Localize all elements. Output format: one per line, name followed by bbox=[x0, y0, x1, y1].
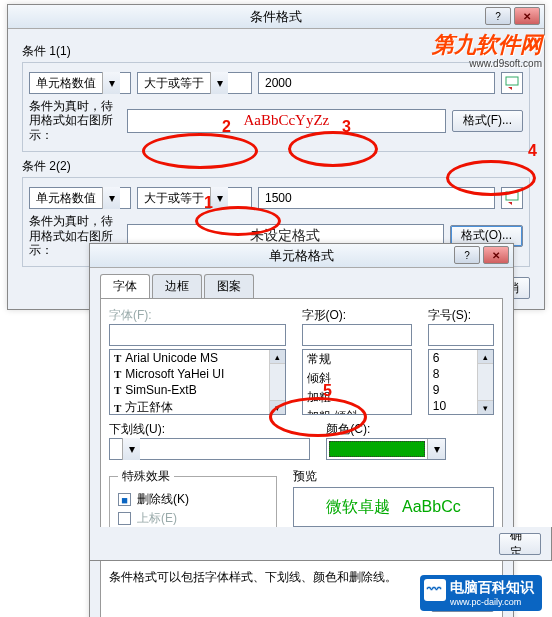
cond1-value-input[interactable]: 2000 bbox=[258, 72, 495, 94]
cond1-operator-value: 大于或等于 bbox=[138, 75, 210, 92]
style-list[interactable]: 常规 倾斜 加粗 加粗 倾斜 bbox=[302, 349, 412, 415]
tab-border[interactable]: 边框 bbox=[152, 274, 202, 298]
tab-pattern[interactable]: 图案 bbox=[204, 274, 254, 298]
ok-button-partial[interactable]: 确定 bbox=[499, 533, 541, 555]
range-picker-icon[interactable] bbox=[501, 187, 523, 209]
cond2-operator-select[interactable]: 大于或等于 ▾ bbox=[137, 187, 252, 209]
dialog1-titlebar: 条件格式 ? ✕ bbox=[8, 5, 544, 29]
underline-select[interactable]: ▾ bbox=[109, 438, 310, 460]
dialog2-titlebar: 单元格格式 ? ✕ bbox=[90, 244, 513, 268]
underline-label: 下划线(U): bbox=[109, 421, 310, 438]
preview-text-cn: 微软卓越 bbox=[326, 497, 390, 518]
font-input bbox=[109, 324, 286, 346]
scroll-down-icon[interactable]: ▾ bbox=[270, 400, 285, 414]
scroll-up-icon[interactable]: ▴ bbox=[478, 350, 493, 364]
list-item[interactable]: TSimSun-ExtB bbox=[110, 382, 285, 398]
list-item[interactable]: TArial Unicode MS bbox=[110, 350, 285, 366]
list-item[interactable]: 常规 bbox=[303, 350, 411, 369]
chevron-down-icon: ▾ bbox=[210, 72, 228, 94]
color-label: 颜色(C): bbox=[326, 421, 494, 438]
svg-rect-1 bbox=[506, 192, 518, 200]
cond2-value-input[interactable]: 1500 bbox=[258, 187, 495, 209]
dialog2-title: 单元格格式 bbox=[269, 247, 334, 265]
dialog2-footer: 确定 bbox=[89, 527, 552, 561]
ok-label: 确定 bbox=[510, 533, 530, 555]
scroll-down-icon[interactable]: ▾ bbox=[478, 400, 493, 414]
font-list[interactable]: TArial Unicode MS TMicrosoft YaHei UI TS… bbox=[109, 349, 286, 415]
style-input[interactable] bbox=[302, 324, 412, 346]
cond1-format-label: 格式(F)... bbox=[463, 112, 512, 129]
cond2-value: 1500 bbox=[265, 191, 292, 205]
list-item[interactable]: 加粗 倾斜 bbox=[303, 407, 411, 415]
dialog1-title: 条件格式 bbox=[250, 8, 302, 26]
truetype-icon: T bbox=[114, 402, 121, 414]
superscript-checkbox: 上标(E) bbox=[118, 510, 268, 527]
list-item[interactable]: T方正舒体 bbox=[110, 398, 285, 415]
tab-strip: 字体 边框 图案 bbox=[90, 268, 513, 298]
cond1-target-select[interactable]: 单元格数值 ▾ bbox=[29, 72, 131, 94]
cond1-sample-text: AaBbCcYyZz bbox=[243, 112, 329, 129]
scrollbar[interactable]: ▴▾ bbox=[477, 350, 493, 414]
effects-legend: 特殊效果 bbox=[118, 468, 174, 485]
strike-label: 删除线(K) bbox=[137, 491, 189, 508]
tab-border-label: 边框 bbox=[165, 279, 189, 293]
cond2-format-label: 格式(O)... bbox=[461, 227, 512, 244]
color-swatch bbox=[329, 441, 425, 457]
close-button[interactable]: ✕ bbox=[514, 7, 540, 25]
svg-rect-0 bbox=[506, 77, 518, 85]
chevron-down-icon: ▾ bbox=[102, 187, 120, 209]
cond1-value: 2000 bbox=[265, 76, 292, 90]
list-item[interactable]: 倾斜 bbox=[303, 369, 411, 388]
strike-checkbox[interactable]: ■删除线(K) bbox=[118, 491, 268, 508]
condition1-label: 条件 1(1) bbox=[22, 43, 530, 60]
truetype-icon: T bbox=[114, 384, 121, 396]
checkbox-icon: ■ bbox=[118, 493, 131, 506]
chevron-down-icon: ▾ bbox=[210, 187, 228, 209]
chevron-down-icon: ▾ bbox=[102, 72, 120, 94]
size-list[interactable]: 6 8 9 10 ▴▾ bbox=[428, 349, 494, 415]
close-button[interactable]: ✕ bbox=[483, 246, 509, 264]
style-label: 字形(O): bbox=[302, 307, 412, 324]
cond1-sample-label: 条件为真时，待用格式如右图所示： bbox=[29, 99, 121, 142]
preview-label: 预览 bbox=[293, 468, 494, 485]
list-item[interactable]: TMicrosoft YaHei UI bbox=[110, 366, 285, 382]
truetype-icon: T bbox=[114, 352, 121, 364]
watermark2-url: www.pc-daily.com bbox=[450, 597, 534, 607]
size-input[interactable] bbox=[428, 324, 494, 346]
scroll-up-icon[interactable]: ▴ bbox=[270, 350, 285, 364]
tab-font[interactable]: 字体 bbox=[100, 274, 150, 298]
truetype-icon: T bbox=[114, 368, 121, 380]
color-select[interactable]: ▾ bbox=[326, 438, 446, 460]
list-item[interactable]: 加粗 bbox=[303, 388, 411, 407]
range-picker-icon[interactable] bbox=[501, 72, 523, 94]
super-label: 上标(E) bbox=[137, 510, 177, 527]
cond2-operator-value: 大于或等于 bbox=[138, 190, 210, 207]
dialog2-body: 字体 边框 图案 字体(F): TArial Unicode MS TMicro… bbox=[90, 268, 513, 617]
help-button[interactable]: ? bbox=[485, 7, 511, 25]
cond1-target-value: 单元格数值 bbox=[30, 75, 102, 92]
condition1-group: 单元格数值 ▾ 大于或等于 ▾ 2000 条件为真时，待用格式如右图所示： Aa… bbox=[22, 62, 530, 152]
size-label: 字号(S): bbox=[428, 307, 494, 324]
watermark-pcdaily: 电脑百科知识 www.pc-daily.com bbox=[420, 575, 542, 611]
preview-box: 微软卓越 AaBbCc bbox=[293, 487, 494, 527]
tab-font-label: 字体 bbox=[113, 279, 137, 293]
checkbox-icon bbox=[118, 512, 131, 525]
font-label: 字体(F): bbox=[109, 307, 286, 324]
condition2-label: 条件 2(2) bbox=[22, 158, 530, 175]
cond1-sample-box: AaBbCcYyZz bbox=[127, 109, 446, 133]
cond1-operator-select[interactable]: 大于或等于 ▾ bbox=[137, 72, 252, 94]
scrollbar[interactable]: ▴▾ bbox=[269, 350, 285, 414]
cond2-target-select[interactable]: 单元格数值 ▾ bbox=[29, 187, 131, 209]
cond1-format-button[interactable]: 格式(F)... bbox=[452, 110, 523, 132]
font-panel: 字体(F): TArial Unicode MS TMicrosoft YaHe… bbox=[100, 298, 503, 617]
chevron-down-icon: ▾ bbox=[122, 438, 140, 460]
tab-pattern-label: 图案 bbox=[217, 279, 241, 293]
watermark2-text: 电脑百科知识 bbox=[450, 579, 534, 595]
chevron-down-icon: ▾ bbox=[427, 439, 445, 459]
help-button[interactable]: ? bbox=[454, 246, 480, 264]
cond2-target-value: 单元格数值 bbox=[30, 190, 102, 207]
preview-text-en: AaBbCc bbox=[402, 498, 461, 516]
